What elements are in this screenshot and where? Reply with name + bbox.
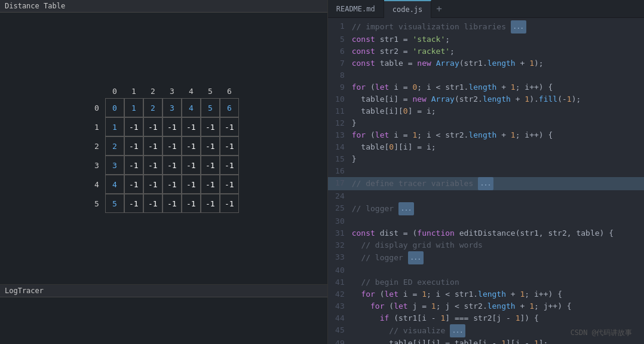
data-cell: -1 <box>201 156 220 175</box>
data-cell: 5 <box>105 194 124 213</box>
line-content: const str1 = 'stack'; <box>352 34 450 45</box>
code-line: 17// define tracer variables ... <box>328 177 644 190</box>
data-cell: -1 <box>162 117 182 136</box>
line-content: // visualize ... <box>352 324 465 337</box>
data-cell: -1 <box>201 117 220 136</box>
tab-codejs[interactable]: code.js <box>384 0 432 18</box>
code-line: 43 for (let j = 1; j < str2.length + 1; … <box>328 300 644 312</box>
data-cell: -1 <box>124 156 143 175</box>
col-headers: 0123456 <box>105 84 239 98</box>
col-header: 0 <box>105 84 124 98</box>
line-content: } <box>352 117 357 129</box>
line-number: 8 <box>330 69 352 81</box>
line-number: 13 <box>330 129 352 141</box>
tab-add-button[interactable]: + <box>431 3 447 14</box>
data-cell: 4 <box>182 98 201 117</box>
line-content: const dist = (function editDistance(str1… <box>352 227 614 239</box>
data-cell: 3 <box>105 156 124 175</box>
line-number: 40 <box>330 264 352 276</box>
data-cell: -1 <box>124 175 143 194</box>
code-area[interactable]: 1// import visualization libraries ...5c… <box>328 18 644 344</box>
line-number: 25 <box>330 202 352 215</box>
line-content: table[0][i] = i; <box>352 141 436 153</box>
code-line: 6const str2 = 'racket'; <box>328 45 644 57</box>
data-cell: -1 <box>201 175 220 194</box>
col-header: 3 <box>162 84 182 98</box>
line-number: 31 <box>330 227 352 239</box>
distance-table-label: Distance Table <box>0 0 327 13</box>
code-badge: ... <box>408 251 424 264</box>
table-row: 00123456 <box>88 98 239 117</box>
distance-table-section: 0123456 0012345611-1-1-1-1-1-122-1-1-1-1… <box>0 13 327 284</box>
code-line: 11 table[i][0] = i; <box>328 105 644 117</box>
line-content: for (let i = 1; i < str2.length + 1; i++… <box>352 129 553 141</box>
left-panel: Distance Table 0123456 0012345611-1-1-1-… <box>0 0 328 344</box>
code-line: 40 <box>328 264 644 276</box>
line-number: 7 <box>330 57 352 69</box>
code-line: 14 table[0][i] = i; <box>328 141 644 153</box>
table-row: 11-1-1-1-1-1-1 <box>88 117 239 136</box>
line-number: 49 <box>330 337 352 344</box>
row-label: 4 <box>88 175 105 194</box>
code-line: 32 // display grid with words <box>328 239 644 251</box>
line-content: // logger ... <box>352 202 414 215</box>
code-badge: ... <box>478 177 493 190</box>
line-number: 30 <box>330 215 352 227</box>
data-cell: -1 <box>182 175 201 194</box>
line-content: } <box>352 153 357 165</box>
row-label: 5 <box>88 194 105 213</box>
code-line: 24 <box>328 190 644 202</box>
data-cell: 4 <box>105 175 124 194</box>
data-cell: -1 <box>220 156 239 175</box>
line-number: 24 <box>330 190 352 202</box>
col-header: 6 <box>220 84 239 98</box>
line-number: 5 <box>330 34 352 45</box>
data-cell: -1 <box>162 175 182 194</box>
tab-bar: README.md code.js + <box>328 0 644 18</box>
data-cell: -1 <box>182 117 201 136</box>
line-content: const table = new Array(str1.length + 1)… <box>352 57 544 69</box>
data-cell: -1 <box>182 136 201 156</box>
line-number: 11 <box>330 105 352 117</box>
line-content: for (let j = 1; j < str2.length + 1; j++… <box>352 300 572 312</box>
data-cell: -1 <box>143 136 162 156</box>
line-number: 9 <box>330 81 352 93</box>
data-cell: -1 <box>182 194 201 213</box>
data-cell: -1 <box>143 156 162 175</box>
line-number: 44 <box>330 312 352 324</box>
data-cell: 0 <box>105 98 124 117</box>
data-cell: -1 <box>162 194 182 213</box>
line-content: // define tracer variables ... <box>352 177 493 190</box>
line-number: 32 <box>330 239 352 251</box>
log-tracer-label: LogTracer <box>0 285 327 297</box>
row-label: 3 <box>88 156 105 175</box>
code-line: 1// import visualization libraries ... <box>328 20 644 34</box>
line-number: 41 <box>330 276 352 288</box>
data-cell: 1 <box>105 117 124 136</box>
data-cell: 1 <box>124 98 143 117</box>
line-number: 15 <box>330 153 352 165</box>
tab-readme[interactable]: README.md <box>328 0 384 18</box>
data-cell: -1 <box>124 117 143 136</box>
grid-container: 0123456 0012345611-1-1-1-1-1-122-1-1-1-1… <box>88 84 239 213</box>
code-line: 16 <box>328 165 644 177</box>
line-number: 43 <box>330 300 352 312</box>
table-row: 33-1-1-1-1-1-1 <box>88 156 239 175</box>
line-content: for (let i = 0; i < str1.length + 1; i++… <box>352 81 553 93</box>
data-cell: -1 <box>124 136 143 156</box>
code-line: 13for (let i = 1; i < str2.length + 1; i… <box>328 129 644 141</box>
line-number: 16 <box>330 165 352 177</box>
row-label: 0 <box>88 98 105 117</box>
data-cell: -1 <box>143 194 162 213</box>
line-number: 33 <box>330 251 352 264</box>
data-cell: 6 <box>220 98 239 117</box>
data-cell: -1 <box>201 194 220 213</box>
data-cell: -1 <box>220 117 239 136</box>
line-content: // import visualization libraries ... <box>352 20 526 34</box>
watermark: CSDN @代码讲故事 <box>571 328 632 338</box>
data-cell: 5 <box>201 98 220 117</box>
col-header: 5 <box>201 84 220 98</box>
data-cell: 2 <box>143 98 162 117</box>
table-row: 44-1-1-1-1-1-1 <box>88 175 239 194</box>
code-line: 9for (let i = 0; i < str1.length + 1; i+… <box>328 81 644 93</box>
